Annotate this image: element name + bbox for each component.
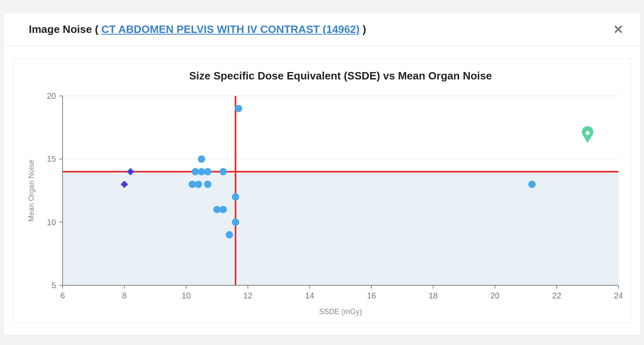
data-point[interactable] xyxy=(226,231,233,238)
window-topbar xyxy=(0,0,644,13)
y-tick-label: 10 xyxy=(47,218,56,227)
data-point[interactable] xyxy=(235,105,243,112)
data-point[interactable] xyxy=(232,193,239,200)
main-panel: Image Noise ( CT ABDOMEN PELVIS WITH IV … xyxy=(4,13,640,335)
x-tick-label: 16 xyxy=(367,291,376,300)
x-tick-label: 18 xyxy=(429,291,438,300)
x-tick-label: 12 xyxy=(243,291,252,300)
x-tick-label: 20 xyxy=(490,291,499,300)
y-axis-label: Mean Organ Noise xyxy=(27,159,35,221)
data-point[interactable] xyxy=(219,168,227,175)
y-tick-label: 20 xyxy=(47,91,56,100)
x-tick-label: 10 xyxy=(182,291,191,300)
pin-icon-hole xyxy=(586,131,590,135)
x-axis-label: SSDE (mGy) xyxy=(319,308,362,316)
x-tick-label: 6 xyxy=(60,291,65,300)
chart-container: 6810121416182022245101520Size Specific D… xyxy=(4,46,640,335)
scatter-chart[interactable]: 6810121416182022245101520Size Specific D… xyxy=(13,58,631,323)
x-tick-label: 24 xyxy=(614,291,623,300)
title-prefix: Image Noise ( xyxy=(29,23,101,35)
panel-title: Image Noise ( CT ABDOMEN PELVIS WITH IV … xyxy=(29,23,366,36)
chart-title: Size Specific Dose Equivalent (SSDE) vs … xyxy=(189,70,492,82)
close-icon[interactable]: ✕ xyxy=(613,22,623,37)
data-point[interactable] xyxy=(219,206,227,213)
x-tick-label: 8 xyxy=(122,291,126,300)
data-point[interactable] xyxy=(232,219,239,226)
x-tick-label: 14 xyxy=(305,291,314,300)
data-point[interactable] xyxy=(528,181,536,188)
y-tick-label: 15 xyxy=(47,154,56,163)
data-point[interactable] xyxy=(195,181,202,188)
data-point[interactable] xyxy=(204,168,212,175)
y-tick-label: 5 xyxy=(51,281,56,290)
panel-header: Image Noise ( CT ABDOMEN PELVIS WITH IV … xyxy=(4,13,640,46)
data-point[interactable] xyxy=(204,181,212,188)
exam-link[interactable]: CT ABDOMEN PELVIS WITH IV CONTRAST (1496… xyxy=(101,23,359,35)
title-suffix: ) xyxy=(359,23,366,35)
shade-band xyxy=(63,172,618,285)
x-tick-label: 22 xyxy=(552,291,561,300)
data-point[interactable] xyxy=(198,155,205,163)
page-root: Image Noise ( CT ABDOMEN PELVIS WITH IV … xyxy=(0,0,644,345)
